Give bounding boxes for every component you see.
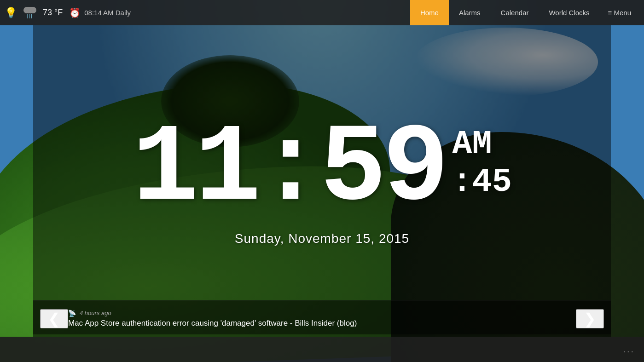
news-content: 📡 4 hours ago Mac App Store authenticati… [68, 310, 576, 328]
news-next-button[interactable]: ❯ [576, 309, 604, 328]
news-time: 4 hours ago [80, 310, 111, 316]
nav-left-section: 💡 ||| 73 °F ⏰ 08:14 AM Daily [5, 7, 410, 19]
menu-button[interactable]: ≡ Menu [600, 0, 639, 25]
rss-icon: 📡 [68, 310, 76, 317]
news-bar: ❮ 📡 4 hours ago Mac App Store authentica… [33, 300, 611, 337]
bottom-dots[interactable]: ... [623, 344, 635, 355]
tab-alarms[interactable]: Alarms [449, 0, 491, 25]
news-prev-button[interactable]: ❮ [40, 309, 68, 328]
temperature-label: 73 °F [43, 8, 63, 17]
clock-date: Sunday, November 15, 2015 [235, 231, 409, 246]
clock-time: 11:59 [132, 114, 445, 224]
clock-minutes: 59 [320, 107, 445, 232]
news-headline[interactable]: Mac App Store authentication error causi… [68, 319, 576, 328]
clock-colon: : [257, 107, 320, 232]
light-bulb-icon: 💡 [5, 7, 17, 19]
alarm-time-label: 08:14 AM Daily [84, 9, 131, 17]
alarm-icon: ⏰ [69, 7, 81, 18]
weather-condition-icon: ||| [23, 7, 36, 18]
tab-calendar[interactable]: Calendar [491, 0, 539, 25]
top-nav: 💡 ||| 73 °F ⏰ 08:14 AM Daily Home Alarms… [0, 0, 644, 25]
alarm-info: ⏰ 08:14 AM Daily [69, 7, 131, 18]
nav-right-section: Home Alarms Calendar World Clocks ≡ Menu [410, 0, 639, 25]
tab-world-clocks[interactable]: World Clocks [539, 0, 599, 25]
clock-ampm-seconds: AM :45 [452, 128, 512, 199]
clock-hours: 11 [132, 107, 257, 232]
clock-ampm: AM [452, 128, 492, 161]
clock-panel: 11:59 AM :45 Sunday, November 15, 2015 [33, 25, 611, 334]
bottom-bar: ... [0, 337, 644, 362]
clock-display: 11:59 AM :45 [132, 114, 512, 224]
news-meta: 📡 4 hours ago [68, 310, 576, 317]
tab-home[interactable]: Home [410, 0, 449, 25]
clock-seconds: :45 [452, 166, 512, 199]
